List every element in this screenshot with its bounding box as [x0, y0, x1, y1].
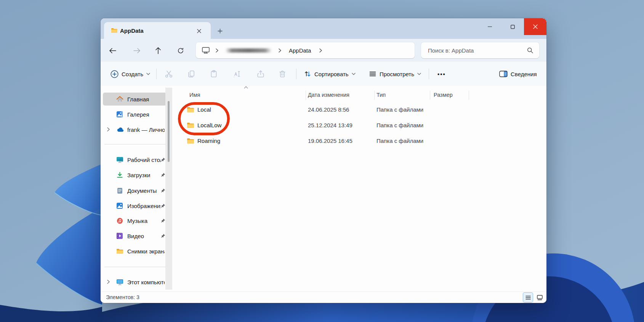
- view-lines-icon: [369, 70, 376, 78]
- this-pc-breadcrumb-icon[interactable]: [202, 47, 210, 54]
- tab-close-icon[interactable]: [195, 27, 203, 35]
- toolbar-divider: [429, 69, 429, 79]
- maximize-button[interactable]: [504, 18, 521, 35]
- sidebar-item-label: Этот компьютер: [127, 279, 165, 285]
- file-modified: 25.12.2024 13:49: [308, 122, 352, 128]
- sidebar-item-this-pc[interactable]: Этот компьютер: [103, 276, 167, 288]
- search-box[interactable]: [421, 42, 539, 58]
- column-divider[interactable]: [469, 91, 469, 100]
- rename-icon[interactable]: [232, 69, 242, 78]
- cut-icon[interactable]: [164, 69, 173, 78]
- sidebar-item-label: Изображения: [127, 203, 161, 209]
- desktop: { "window": { "tab_title": "AppData" }, …: [0, 0, 644, 322]
- delete-icon[interactable]: [278, 69, 287, 78]
- folder-icon: [116, 247, 123, 255]
- column-divider[interactable]: [306, 91, 306, 100]
- this-pc-icon: [116, 278, 123, 286]
- toolbar-divider: [296, 69, 296, 79]
- forward-icon[interactable]: [131, 45, 143, 56]
- pin-icon: [161, 234, 165, 238]
- sidebar-item-downloads[interactable]: Загрузки: [103, 168, 167, 181]
- command-toolbar: Создать Сортировать: [101, 62, 546, 87]
- create-button[interactable]: Создать: [108, 67, 152, 81]
- sidebar-item-documents[interactable]: Документы: [103, 184, 167, 197]
- redacted-path-segment[interactable]: [225, 48, 272, 53]
- sidebar-divider: [104, 267, 167, 267]
- breadcrumb-current[interactable]: AppData: [289, 47, 311, 54]
- refresh-icon[interactable]: [175, 45, 186, 56]
- sidebar-scrollbar-thumb[interactable]: [168, 101, 170, 162]
- new-tab-button[interactable]: [215, 26, 225, 36]
- details-pane-button[interactable]: Сведения: [497, 67, 539, 81]
- navigation-bar: AppData: [101, 39, 546, 62]
- sidebar-item-label: Галерея: [127, 111, 165, 118]
- sidebar-item-screenshots[interactable]: Снимки экрана: [103, 245, 167, 258]
- sort-arrows-icon: [304, 70, 311, 78]
- paste-icon[interactable]: [209, 69, 218, 78]
- content-area: Главная Галерея frank — Личное: [101, 86, 546, 292]
- sidebar-item-label: Документы: [127, 187, 161, 194]
- breadcrumb-chevron-icon: [216, 48, 218, 53]
- search-input[interactable]: [427, 47, 527, 54]
- thumbnail-view-toggle[interactable]: [535, 293, 545, 302]
- tab-appdata[interactable]: AppData: [104, 22, 211, 39]
- tab-bar: AppData: [101, 18, 546, 39]
- sidebar-item-gallery[interactable]: Галерея: [103, 108, 167, 121]
- column-header-modified[interactable]: Дата изменения: [308, 90, 349, 100]
- file-type: Папка с файлами: [376, 122, 423, 128]
- sidebar-item-label: Рабочий стол: [127, 157, 161, 163]
- list-view-icon: [525, 295, 531, 300]
- sidebar-divider: [104, 144, 167, 144]
- more-label: •••: [437, 71, 446, 77]
- sidebar-item-home[interactable]: Главная: [103, 93, 167, 106]
- column-header-type[interactable]: Тип: [376, 90, 386, 100]
- details-view-toggle[interactable]: [523, 293, 533, 302]
- videos-icon: [116, 232, 123, 240]
- column-header-name[interactable]: Имя: [189, 90, 200, 100]
- tab-title: AppData: [120, 27, 144, 34]
- sidebar-item-videos[interactable]: Видео: [103, 229, 167, 242]
- folder-icon: [187, 138, 194, 144]
- view-button[interactable]: Просмотреть: [367, 67, 423, 81]
- file-row-roaming[interactable]: Roaming 19.06.2025 16:45 Папка с файлами: [175, 134, 543, 149]
- sidebar-item-desktop[interactable]: Рабочий стол: [103, 153, 167, 166]
- breadcrumb-chevron-icon: [279, 48, 281, 53]
- thumbnail-view-icon: [537, 295, 543, 300]
- documents-icon: [116, 187, 123, 194]
- pin-icon: [161, 218, 165, 223]
- copy-icon[interactable]: [187, 69, 196, 78]
- sidebar-item-label: frank — Личное: [127, 127, 165, 133]
- column-header-size[interactable]: Размер: [434, 90, 453, 100]
- column-divider[interactable]: [374, 91, 375, 100]
- sidebar-item-music[interactable]: Музыка: [103, 214, 167, 227]
- breadcrumb-chevron-icon[interactable]: [319, 48, 322, 53]
- folder-icon: [187, 122, 194, 128]
- back-icon[interactable]: [107, 45, 119, 56]
- expand-chevron-icon[interactable]: [107, 280, 110, 284]
- pin-icon: [161, 203, 165, 208]
- folder-icon: [187, 107, 194, 113]
- search-icon[interactable]: [527, 47, 533, 53]
- file-row-locallow[interactable]: LocalLow 25.12.2024 13:49 Папка с файлам…: [175, 118, 543, 133]
- items-count: Элементов: 3: [106, 294, 139, 300]
- desktop-icon: [116, 156, 123, 163]
- minimize-button[interactable]: [481, 18, 498, 35]
- share-icon[interactable]: [256, 69, 265, 78]
- file-name: LocalLow: [197, 122, 221, 128]
- pin-icon: [161, 173, 165, 177]
- sort-button[interactable]: Сортировать: [301, 67, 358, 81]
- details-label: Сведения: [511, 71, 537, 77]
- more-button[interactable]: •••: [435, 67, 448, 81]
- file-row-local[interactable]: Local 24.06.2025 8:56 Папка с файлами: [175, 103, 543, 118]
- column-divider[interactable]: [430, 91, 430, 100]
- plus-circle-icon: [111, 70, 119, 78]
- address-bar[interactable]: AppData: [196, 42, 415, 58]
- up-icon[interactable]: [152, 45, 164, 56]
- sidebar-item-onedrive[interactable]: frank — Личное: [103, 123, 167, 136]
- home-icon: [116, 95, 123, 103]
- chevron-down-icon: [417, 73, 421, 75]
- status-bar: Элементов: 3: [101, 292, 546, 303]
- close-button[interactable]: [524, 18, 546, 35]
- expand-chevron-icon[interactable]: [107, 127, 110, 131]
- sidebar-item-pictures[interactable]: Изображения: [103, 199, 167, 212]
